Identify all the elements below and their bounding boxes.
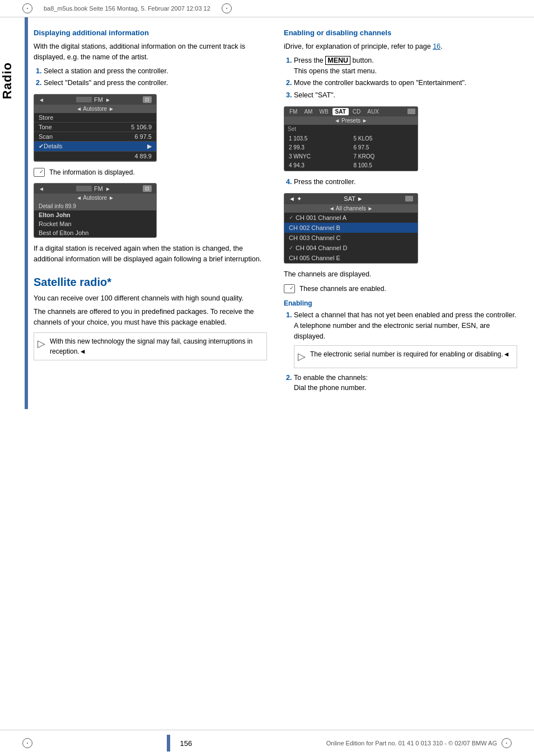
- satellite-para1: You can receive over 100 different chann…: [34, 293, 267, 304]
- left-section-heading: Displaying additional information: [34, 29, 267, 37]
- enabling-step-2: To enable the channels:Dial the phone nu…: [294, 373, 517, 394]
- channel-row-3: CH 003 Channel C: [284, 233, 418, 243]
- sat-ch-2-99: 2 99.3: [287, 143, 351, 152]
- sat-ch-6-97: 6 97.5: [352, 143, 416, 152]
- satellite-heading: Satellite radio*: [34, 276, 267, 289]
- footer-blue-bar: [167, 735, 170, 752]
- screen2-corner-icon: ⊡: [143, 185, 152, 192]
- sat-channels-grid: 1 103.5 5 KLO5 2 99.3 6 97.5 3 WNYC 7 KR…: [284, 133, 418, 171]
- sat-ch-5-klo: 5 KLO5: [352, 134, 416, 143]
- footer-right-area: Online Edition for Part no. 01 41 0 013 …: [326, 738, 512, 748]
- sat-ch-1-103: 1 103.5: [287, 134, 351, 143]
- screen2-line1: Elton John: [34, 210, 156, 219]
- screen2-detail-info: Detail info 89.9: [34, 202, 156, 210]
- enabling-heading: Enabling: [284, 299, 517, 307]
- channels-enabled-text: These channels are enabled.: [299, 284, 386, 294]
- right-step-3: Select "SAT".: [294, 90, 517, 101]
- channel-row-2[interactable]: CH 002 Channel B: [284, 223, 418, 233]
- enabling-step-1: Select a channel that has not yet been e…: [294, 310, 517, 368]
- checkmark-icon-2: [284, 284, 295, 293]
- sat-ch-4-94: 4 94.3: [287, 161, 351, 170]
- file-info: ba8_m5us.book Seite 156 Montag, 5. Febru…: [44, 5, 210, 12]
- screen1-row-tone: Tone 5 106.9: [34, 123, 156, 132]
- page-link[interactable]: 16: [433, 43, 441, 50]
- screen1-row-scan: Scan 6 97.5: [34, 132, 156, 142]
- left-step-2: Select "Details" and press the controlle…: [44, 78, 267, 88]
- channels-corner-icon: [405, 196, 413, 201]
- top-bar: ba8_m5us.book Seite 156 Montag, 5. Febru…: [0, 0, 534, 17]
- screen2-left-arrow: ◄: [39, 186, 44, 192]
- screen2-right-arrow: ►: [105, 186, 111, 192]
- right-intro: iDrive, for explanation of principle, re…: [284, 41, 517, 52]
- channels-enabled-note: These channels are enabled.: [284, 284, 517, 294]
- right-step-1: Press the MENU button.This opens the sta…: [294, 55, 517, 77]
- enabling-note-text: The electronic serial number is required…: [310, 349, 510, 359]
- page: ba8_m5us.book Seite 156 Montag, 5. Febru…: [0, 0, 534, 756]
- screen2-fm-label: FM: [94, 185, 103, 192]
- left-intro: With the digital stations, additional in…: [34, 41, 267, 63]
- channels-sat-label: SAT ►: [344, 195, 363, 202]
- sidebar-bar: [25, 17, 28, 409]
- sat-tab-sat[interactable]: SAT: [332, 108, 349, 115]
- triangle-note: ▷ With this new technology the signal ma…: [34, 332, 267, 360]
- screen-mockup-1: ◄ FM ► ⊡ ◄ Autostore ► Store: [34, 94, 157, 162]
- sidebar: Radio: [0, 17, 28, 409]
- check-icon-4: ✓: [289, 245, 293, 251]
- footer-left-crosshair: [22, 738, 32, 748]
- screen1-row-store: Store: [34, 113, 156, 123]
- channels-displayed-text: The channels are displayed.: [284, 269, 517, 280]
- channel-label-3: CH 003 Channel C: [289, 234, 340, 241]
- channel-row-4: ✓ CH 004 Channel D: [284, 243, 418, 253]
- channel-row-5: CH 005 Channel E: [284, 253, 418, 263]
- sat-tab-wb: WB: [316, 108, 331, 115]
- check-icon-1: ✓: [289, 214, 293, 220]
- left-step-1: Select a station and press the controlle…: [44, 66, 267, 77]
- sat-tab-fm: FM: [287, 108, 300, 115]
- screen2-topbar: ◄ FM ► ⊡: [34, 184, 156, 194]
- info-note-text: The information is displayed.: [49, 167, 135, 177]
- triangle-icon: ▷: [38, 336, 45, 351]
- right-step-2: Move the controller backwards to open "E…: [294, 78, 517, 88]
- sat-set-row: Set: [284, 125, 418, 133]
- footer-right-crosshair: [502, 738, 512, 748]
- crosshair-icon-right: [222, 3, 232, 13]
- right-steps-list: Press the MENU button.This opens the sta…: [284, 55, 517, 101]
- screen1-row-freq: 4 89.9: [34, 152, 156, 161]
- right-column: Enabling or disabling channels iDrive, f…: [284, 29, 517, 398]
- satellite-para2: The channels are offered to you in prede…: [34, 307, 267, 328]
- screen2-line3: Best of Elton John: [34, 228, 156, 237]
- sat-screen: FM AM WB SAT CD AUX ◄ Presets ► Set 1 10…: [284, 106, 418, 171]
- screen1-left-arrow: ◄: [39, 97, 44, 103]
- sat-corner-icon: [407, 109, 415, 114]
- right-step-4: Press the controller.: [294, 177, 517, 187]
- all-channels-bar: ◄ All channels ►: [284, 204, 418, 213]
- sat-tab-cd: CD: [350, 108, 363, 115]
- screen1-autostore: ◄ Autostore ►: [34, 105, 156, 113]
- sat-tab-am: AM: [301, 108, 315, 115]
- left-column: Displaying additional information With t…: [34, 29, 267, 398]
- crosshair-icon: [22, 3, 32, 13]
- right-steps-list-2: Press the controller.: [284, 177, 517, 187]
- page-footer: 156 Online Edition for Part no. 01 41 0 …: [0, 730, 534, 756]
- screen1-corner-icon: ⊡: [143, 96, 152, 103]
- top-left-crosshair: [22, 3, 32, 13]
- left-steps-list: Select a station and press the controlle…: [34, 66, 267, 89]
- screen-mockup-2: ◄ FM ► ⊡ ◄ Autostore ► Detail info 89.9 …: [34, 183, 157, 238]
- footer-left: [22, 738, 32, 748]
- main-content: Radio Displaying additional information …: [0, 17, 534, 409]
- screen2-autostore: ◄ Autostore ►: [34, 194, 156, 202]
- channels-topbar: ◄ ✦ SAT ►: [284, 194, 418, 204]
- footer-center: 156: [167, 735, 193, 752]
- screen1-fm-label: FM: [94, 96, 103, 103]
- enabling-note: ▷ The electronic serial number is requir…: [294, 345, 517, 368]
- channels-screen: ◄ ✦ SAT ► ◄ All channels ► ✓ CH 001 Chan…: [284, 193, 418, 264]
- right-section-heading: Enabling or disabling channels: [284, 29, 517, 37]
- enabling-triangle-icon: ▷: [298, 349, 306, 364]
- menu-label: MENU: [325, 56, 350, 65]
- channel-row-1: ✓ CH 001 Channel A: [284, 213, 418, 223]
- screen1-right-arrow: ►: [105, 97, 111, 103]
- channel-label-5: CH 005 Channel E: [289, 255, 340, 261]
- top-right-crosshair: [222, 3, 232, 13]
- sat-ch-8-100: 8 100.5: [352, 161, 416, 170]
- channel-label-2: CH 002 Channel B: [289, 224, 340, 231]
